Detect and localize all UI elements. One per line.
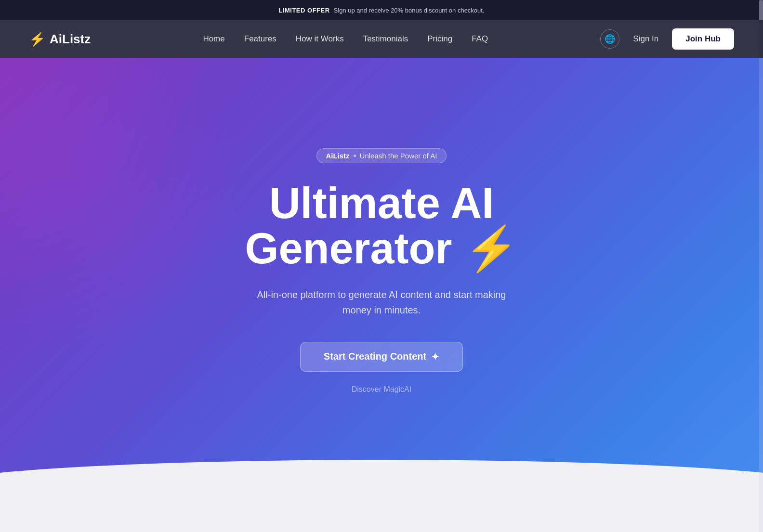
title-lightning-icon: ⚡ [464, 226, 518, 272]
hero-section: AiListz Unleash the Power of AI Ultimate… [0, 58, 763, 532]
signin-button[interactable]: Sign In [627, 30, 664, 48]
nav-links: Home Features How it Works Testimonials … [203, 34, 488, 44]
offer-text: Sign up and receive 20% bonus discount o… [334, 7, 485, 14]
navbar: ⚡ AiListz Home Features How it Works Tes… [0, 20, 763, 58]
announcement-bar: LIMITED OFFER Sign up and receive 20% bo… [0, 0, 763, 20]
nav-home[interactable]: Home [203, 34, 224, 43]
hero-title-line1: Ultimate AI [269, 179, 494, 227]
scrollbar[interactable] [759, 0, 763, 532]
logo-lightning-icon: ⚡ [29, 31, 46, 47]
language-button[interactable]: 🌐 [600, 29, 619, 49]
offer-label: LIMITED OFFER [278, 7, 329, 14]
hero-title: Ultimate AI Generator ⚡ [245, 181, 518, 272]
nav-actions: 🌐 Sign In Join Hub [600, 28, 734, 50]
badge-dot [354, 155, 356, 157]
joinhub-button[interactable]: Join Hub [672, 28, 734, 50]
cta-button[interactable]: Start Creating Content ✦ [300, 342, 463, 372]
badge-brand: AiListz [326, 152, 349, 160]
cta-label: Start Creating Content [324, 351, 426, 362]
nav-features[interactable]: Features [244, 34, 276, 43]
hero-badge: AiListz Unleash the Power of AI [316, 148, 446, 163]
nav-how-it-works[interactable]: How it Works [296, 34, 344, 43]
nav-testimonials[interactable]: Testimonials [363, 34, 408, 43]
nav-faq[interactable]: FAQ [472, 34, 488, 43]
badge-text: Unleash the Power of AI [360, 152, 437, 160]
nav-pricing[interactable]: Pricing [427, 34, 452, 43]
globe-icon: 🌐 [605, 34, 615, 44]
hero-content: AiListz Unleash the Power of AI Ultimate… [235, 148, 527, 394]
logo-text: AiListz [50, 32, 91, 47]
hero-subtitle: All-in-one platform to generate AI conte… [247, 287, 516, 318]
hero-title-line2: Generator [245, 224, 452, 272]
cta-icon: ✦ [431, 351, 439, 363]
logo[interactable]: ⚡ AiListz [29, 31, 91, 47]
discover-link[interactable]: Discover MagicAI [245, 385, 518, 394]
